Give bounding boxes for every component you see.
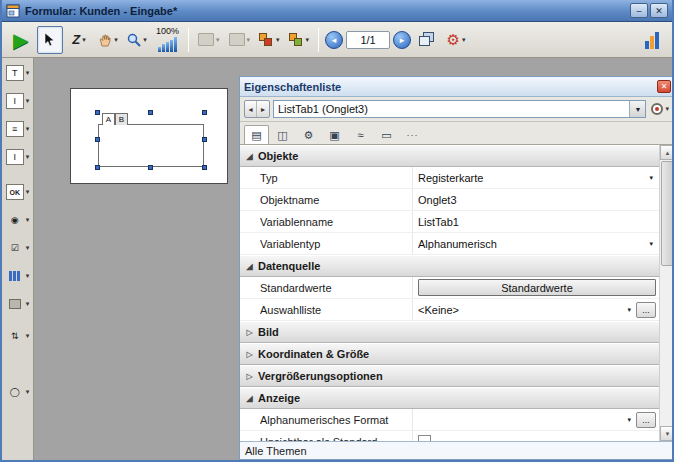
clone-view-button[interactable] [414, 26, 440, 54]
property-row-typ: Typ Registerkarte ▾ [240, 167, 659, 189]
next-page-button[interactable]: ▸ [393, 31, 411, 49]
properties-panel-titlebar: Eigenschaftenliste ✕ [240, 77, 672, 97]
variablentyp-value-dropdown[interactable]: Alphanumerisch ▾ [412, 233, 659, 254]
properties-tab-bar: ▤ ◫ ⚙ ▣ ≈ ▭ ··· [240, 122, 672, 145]
standardwerte-cell: Standardwerte [412, 277, 659, 298]
tab-control-body[interactable] [98, 124, 204, 167]
bar-chart-icon [645, 31, 661, 49]
toolbox-static-text[interactable]: T ▾ [3, 61, 32, 85]
tab-display[interactable]: ▭ [374, 125, 399, 144]
themes-filter-label[interactable]: Alle Themen [245, 445, 307, 457]
toolbox-toolbar-control[interactable]: ▾ [3, 264, 32, 288]
toolbox-checkbox[interactable]: ☑ ▾ [3, 236, 32, 260]
zoom-level-control[interactable]: 100% [153, 25, 182, 55]
typ-value-dropdown[interactable]: Registerkarte ▾ [412, 167, 659, 188]
previous-object-button[interactable]: ◂ [245, 101, 257, 117]
panel-close-button[interactable]: ✕ [657, 80, 671, 93]
browse-ellipsis-button[interactable]: ... [636, 412, 656, 428]
app-window: Formular: Kunden - Eingabe* – ✕ ▶ Z ▾ ▾ … [0, 0, 674, 462]
tab-general[interactable]: ▤ [244, 125, 269, 144]
close-button[interactable]: ✕ [650, 3, 668, 18]
section-koordinaten[interactable]: ▷ Koordinaten & Größe [240, 343, 659, 365]
page-indicator[interactable]: 1/1 [346, 31, 390, 49]
form-design-surface[interactable]: A B [70, 88, 228, 184]
format-value-dropdown[interactable]: ▾ ... [412, 409, 659, 430]
toolbox-panel-control[interactable]: ▾ [3, 292, 32, 316]
combo-dropdown-button[interactable]: ▼ [629, 101, 645, 117]
chevron-down-icon: ▾ [26, 153, 30, 161]
toolbox-radio-button[interactable]: ◉ ▾ [3, 208, 32, 232]
panel-status-bar: Alle Themen [240, 441, 672, 459]
toolbox-splitter-control[interactable]: ⇅ ▾ [3, 324, 32, 348]
scroll-down-button[interactable]: ▼ [660, 426, 672, 441]
settings-button[interactable]: ⚙ ▾ [443, 26, 469, 54]
view-filter-button[interactable]: ▾ [649, 102, 671, 116]
toolbox-list-box[interactable]: ≡ ▾ [3, 117, 32, 141]
select-tool-button[interactable] [37, 26, 63, 54]
properties-scrollbar[interactable]: ▲ ▼ [659, 145, 672, 441]
selection-handle[interactable] [95, 110, 100, 115]
variablenname-value[interactable]: ListTab1 [412, 211, 659, 232]
toolbox-combo-box[interactable]: I ▾ [3, 145, 32, 169]
section-anzeige[interactable]: ◢ Anzeige [240, 387, 659, 409]
objektname-value[interactable]: Onglet3 [412, 189, 659, 210]
auswahlliste-value-dropdown[interactable]: <Keine> ▾ ... [412, 299, 659, 320]
collapse-expanded-icon: ◢ [244, 152, 255, 161]
minimize-button[interactable]: – [630, 3, 648, 18]
chevron-down-icon: ▾ [462, 36, 466, 44]
tab-control-selected[interactable]: A B [98, 113, 204, 167]
selection-handle[interactable] [202, 165, 207, 170]
next-object-button[interactable]: ▸ [257, 101, 269, 117]
z-order-tool-button[interactable]: Z ▾ [66, 26, 92, 54]
collapse-collapsed-icon: ▷ [244, 328, 255, 337]
tab-a[interactable]: A [102, 113, 115, 125]
section-label: Bild [258, 326, 279, 338]
dropdown-icon: ▾ [624, 416, 634, 424]
properties-panel: Eigenschaftenliste ✕ ◂ ▸ ListTab1 (Ongle… [239, 76, 672, 460]
align-tool-button-disabled[interactable]: ▾ [195, 26, 223, 54]
selection-handle[interactable] [95, 165, 100, 170]
section-bild[interactable]: ▷ Bild [240, 321, 659, 343]
section-objekte[interactable]: ◢ Objekte [240, 145, 659, 167]
scrollbar-thumb[interactable] [661, 161, 672, 266]
toolbox-button[interactable]: OK ▾ [3, 180, 32, 204]
selection-handle[interactable] [95, 137, 100, 142]
browse-ellipsis-button[interactable]: ... [636, 302, 656, 318]
tab-gui[interactable]: ◫ [270, 125, 295, 144]
layout-tool-button-disabled[interactable]: ▾ [226, 26, 254, 54]
tab-b[interactable]: B [115, 113, 128, 125]
collapse-expanded-icon: ◢ [244, 262, 255, 271]
tab-more[interactable]: ··· [400, 125, 425, 144]
toolbox-shape-control[interactable]: ◯ ▾ [3, 380, 32, 404]
property-label: Alphanumerisches Format [260, 414, 412, 426]
color-squares-icon [259, 33, 274, 47]
link-icon: ▣ [329, 129, 339, 142]
property-grid: ◢ Objekte Typ Registerkarte ▾ Objektname [240, 145, 672, 441]
chevron-down-icon: ▾ [26, 188, 30, 196]
standardwerte-button[interactable]: Standardwerte [418, 279, 656, 296]
color-tool-button[interactable]: ▾ [256, 26, 283, 54]
style-tool-button[interactable]: ▾ [286, 26, 313, 54]
window-title: Formular: Kunden - Eingabe* [25, 5, 177, 17]
tab-detail[interactable]: ⚙ [296, 125, 321, 144]
selection-handle[interactable] [202, 110, 207, 115]
section-vergroesserung[interactable]: ▷ Vergrößerungsoptionen [240, 365, 659, 387]
statistics-button[interactable] [640, 26, 666, 54]
tab-link[interactable]: ▣ [322, 125, 347, 144]
selection-handle[interactable] [202, 137, 207, 142]
pan-tool-button[interactable]: ▾ [95, 26, 121, 54]
object-select-combo[interactable]: ListTab1 (Onglet3) ▼ [273, 100, 646, 118]
section-datenquelle[interactable]: ◢ Datenquelle [240, 255, 659, 277]
magnifier-icon [127, 33, 141, 47]
run-test-button[interactable]: ▶ [8, 26, 34, 54]
zoom-tool-button[interactable]: ▾ [124, 26, 150, 54]
scroll-up-button[interactable]: ▲ [660, 145, 672, 160]
previous-page-button[interactable]: ◂ [325, 31, 343, 49]
unsichtbar-checkbox[interactable] [418, 435, 431, 441]
list-box-icon: ≡ [6, 121, 24, 137]
selection-handle[interactable] [148, 165, 153, 170]
tab-chart[interactable]: ≈ [348, 125, 373, 144]
selection-handle[interactable] [148, 110, 153, 115]
toolbox-edit-control[interactable]: I ▾ [3, 89, 32, 113]
section-label: Anzeige [258, 392, 300, 404]
